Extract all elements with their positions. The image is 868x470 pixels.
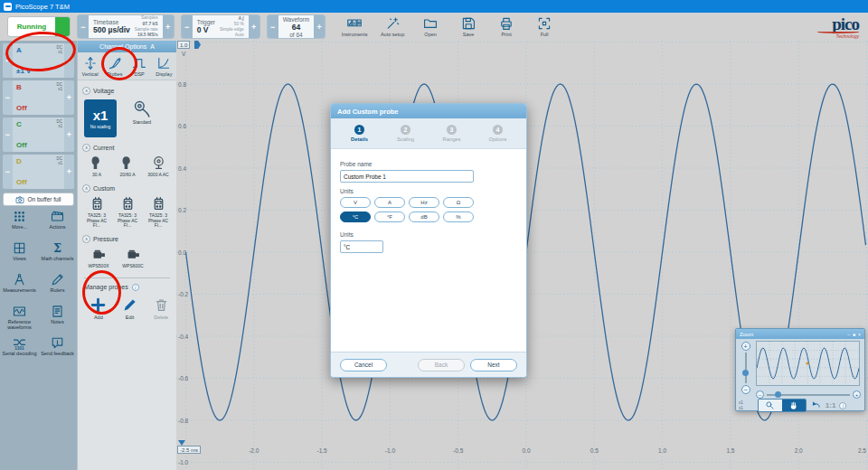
unit-button-[interactable]: Ω: [443, 197, 474, 208]
unit-button-a[interactable]: A: [374, 197, 405, 208]
probe-ta325-3-phase-ac-fl[interactable]: TA325: 3 Phase AC Fl...: [145, 196, 172, 229]
sidebar-item-notes[interactable]: Notes: [39, 305, 77, 336]
serial-decoding-icon: 1101: [13, 336, 26, 350]
zoom-horizontal-slider-thumb[interactable]: [775, 391, 781, 398]
popout-icon[interactable]: ■: [853, 332, 855, 337]
unit-button-f[interactable]: °F: [374, 212, 405, 222]
channel-increase-range[interactable]: +: [64, 118, 74, 152]
probe-name-input[interactable]: Custom Probe 1: [340, 170, 474, 183]
units-input[interactable]: °C: [340, 240, 383, 253]
tab-probes[interactable]: Probes: [102, 52, 127, 80]
channel-coupling: DCx1: [57, 156, 63, 166]
info-icon[interactable]: i: [132, 284, 139, 291]
channel-decrease-range[interactable]: −: [3, 80, 13, 115]
next-button[interactable]: Next: [470, 359, 517, 371]
more-grid-icon: [13, 210, 26, 223]
close-icon[interactable]: ×: [858, 332, 861, 337]
channel-d-button[interactable]: −DOffDCx1+: [3, 155, 74, 189]
unit-button-[interactable]: %: [443, 212, 474, 222]
tab-display[interactable]: Display: [152, 52, 176, 80]
edit-probe-button[interactable]: Edit: [119, 297, 141, 320]
pan-right-button[interactable]: +: [853, 390, 861, 399]
channel-c-button[interactable]: −COffDCx1+: [3, 118, 74, 152]
zoom-vertical-slider[interactable]: [745, 352, 747, 383]
sidebar-item-views[interactable]: Views: [1, 241, 39, 273]
delete-probe-button[interactable]: Delete: [150, 297, 172, 320]
running-button[interactable]: Running: [7, 16, 71, 37]
zoom-vertical-slider-thumb[interactable]: [742, 370, 749, 376]
channel-a-button[interactable]: −A±1 VDCx1+: [3, 43, 74, 78]
sidebar-item-measurements[interactable]: Measurements: [1, 273, 39, 305]
wizard-step-scaling[interactable]: 2Scaling: [386, 125, 426, 142]
zoom-tool-button[interactable]: [759, 400, 782, 411]
collapse-chevron-icon: ∧: [82, 184, 90, 193]
notes-icon: [51, 305, 64, 318]
sidebar-item-math-channels[interactable]: ΣMath channels: [39, 241, 77, 273]
channel-b-button[interactable]: −BOffDCx1+: [3, 80, 74, 115]
zoom-overview-chart[interactable]: [756, 341, 860, 386]
wizard-step-options[interactable]: 4Options: [478, 125, 518, 142]
unit-button-hz[interactable]: Hz: [409, 197, 439, 208]
probe-20-60-a[interactable]: 20/60 A: [114, 155, 141, 178]
channel-increase-range[interactable]: +: [64, 155, 74, 189]
pan-left-button[interactable]: −: [756, 390, 764, 399]
channel-decrease-range[interactable]: −: [3, 155, 13, 189]
channel-decrease-range[interactable]: −: [3, 43, 13, 78]
dialog-title-bar[interactable]: Add Custom probe: [331, 104, 526, 118]
open-button[interactable]: Open: [413, 16, 448, 37]
probe-ta325-3-phase-ac-fl[interactable]: TA325: 3 Phase AC Fl...: [83, 196, 110, 229]
on-buffer-full-button[interactable]: On buffer full: [3, 193, 74, 206]
pressure-section-header[interactable]: ∧ Pressure: [82, 235, 172, 243]
info-icon[interactable]: i: [839, 402, 846, 409]
print-button[interactable]: Print: [489, 16, 524, 37]
probe-ta325-3-phase-ac-fl[interactable]: TA325: 3 Phase AC Fl...: [114, 196, 141, 229]
instruments-button[interactable]: Instruments: [337, 16, 372, 37]
unit-button-c[interactable]: °C: [340, 212, 371, 222]
probe-wps600c[interactable]: WPS600C: [118, 247, 148, 269]
channel-increase-range[interactable]: +: [64, 80, 74, 115]
pan-tool-button[interactable]: [782, 400, 806, 411]
custom-section-header[interactable]: ∧ Custom: [82, 184, 172, 193]
cancel-button[interactable]: Cancel: [340, 359, 387, 371]
waveform-previous-button[interactable]: −: [268, 15, 278, 38]
tab-dsp[interactable]: DSP: [127, 52, 152, 80]
multimeter-icon: [151, 196, 166, 212]
undo-zoom-icon[interactable]: [810, 400, 822, 411]
sidebar-item-more[interactable]: More...: [1, 210, 39, 241]
trigger-increase-button[interactable]: +: [249, 15, 259, 38]
sidebar-item-serial-decoding[interactable]: 1101Serial decoding: [1, 336, 39, 368]
wizard-step-details[interactable]: 1Details: [340, 125, 380, 142]
probe-standard[interactable]: Standard: [123, 99, 161, 126]
voltage-section-header[interactable]: ∧ Voltage: [82, 87, 172, 95]
tab-vertical[interactable]: Vertical: [78, 52, 102, 80]
y-tick-label: -0.8: [178, 418, 189, 424]
timebase-decrease-button[interactable]: −: [78, 15, 89, 38]
sidebar-item-reference-waveforms[interactable]: Reference waveforms: [1, 305, 39, 336]
auto-setup-button[interactable]: Auto setup: [375, 16, 410, 37]
full-button[interactable]: Full: [527, 16, 561, 37]
zoom-out-button[interactable]: −: [741, 385, 750, 394]
back-button[interactable]: Back: [418, 359, 465, 371]
probe-wps500x[interactable]: WPS500X: [83, 247, 114, 269]
waveform-next-button[interactable]: +: [314, 15, 325, 38]
unit-button-v[interactable]: V: [340, 197, 371, 208]
probe-3000-a-ac[interactable]: 3000 A AC: [145, 155, 172, 178]
trigger-decrease-button[interactable]: −: [182, 15, 193, 38]
probe-x1-no-scaling[interactable]: x1 No scaling: [84, 99, 117, 137]
zoom-horizontal-slider[interactable]: [767, 394, 850, 396]
channel-decrease-range[interactable]: −: [3, 118, 13, 152]
channel-increase-range[interactable]: +: [64, 43, 74, 78]
zoom-in-button[interactable]: +: [741, 342, 750, 351]
minimize-icon[interactable]: –: [847, 332, 850, 337]
sidebar-item-rulers[interactable]: Rulers: [39, 273, 77, 305]
sidebar-item-actions[interactable]: Actions: [39, 210, 77, 241]
timebase-increase-button[interactable]: +: [163, 15, 174, 38]
wizard-step-ranges[interactable]: 3Ranges: [432, 125, 472, 142]
zoom-window-title-bar[interactable]: Zoom – ■ ×: [736, 329, 864, 339]
save-button[interactable]: Save: [451, 16, 486, 37]
unit-button-db[interactable]: dB: [409, 212, 439, 222]
probe-30-a[interactable]: 30 A: [83, 155, 110, 178]
add-probe-button[interactable]: Add: [88, 297, 109, 320]
sidebar-item-send-feedback[interactable]: Send feedback: [39, 336, 77, 368]
current-section-header[interactable]: ∧ Current: [82, 144, 172, 152]
